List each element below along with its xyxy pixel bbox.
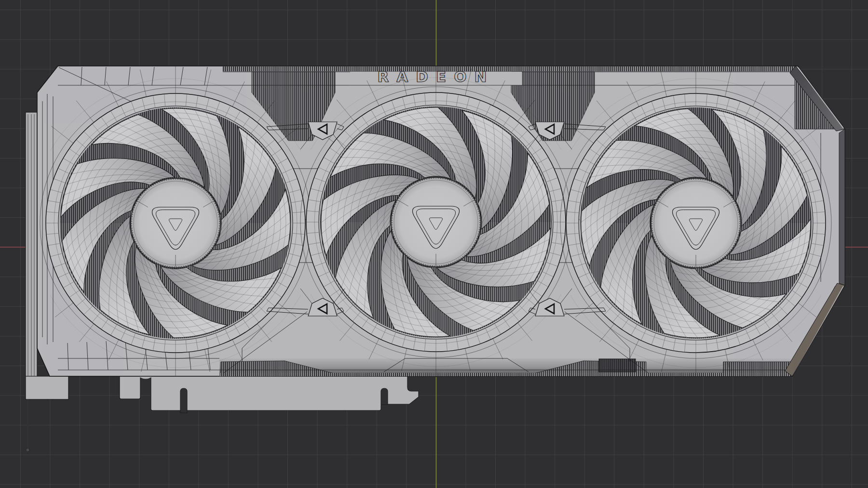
pcie-notch <box>180 388 187 413</box>
viewport-canvas[interactable]: RADEON <box>0 0 868 488</box>
pcie-notch <box>381 388 388 405</box>
pcie-short-finger <box>120 376 140 399</box>
fan-hub <box>131 178 220 268</box>
fan-hub <box>391 177 481 267</box>
side-face-right-edge <box>839 129 845 285</box>
fan-hub <box>651 178 741 268</box>
viewport-3d[interactable]: RADEON <box>0 0 868 488</box>
fin-serration-bottom <box>219 373 791 377</box>
bracket-foot-tab <box>26 376 68 399</box>
heatsink-fins-bottom <box>723 362 791 374</box>
card-shroud: RADEON <box>37 65 845 377</box>
pcie-long-finger <box>151 376 419 410</box>
fin-serration-top <box>223 66 797 71</box>
